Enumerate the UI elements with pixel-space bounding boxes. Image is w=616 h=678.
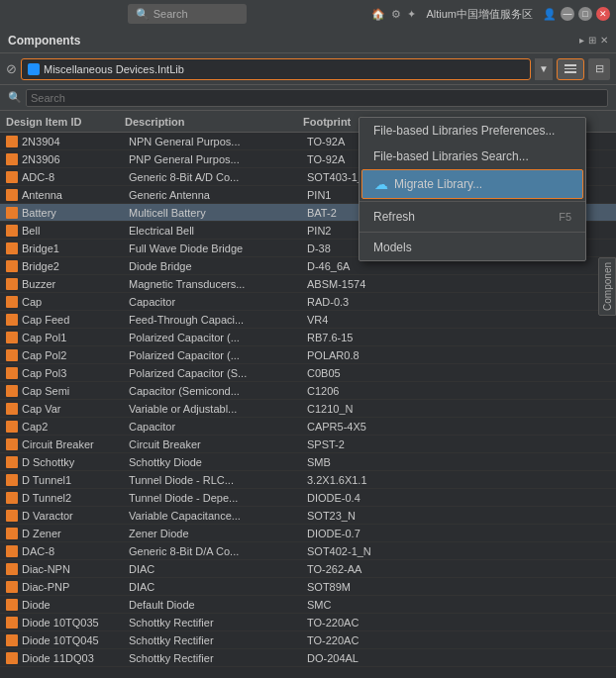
- library-selector[interactable]: Miscellaneous Devices.IntLib: [21, 58, 531, 80]
- cell-id: Cap Feed: [22, 314, 129, 326]
- panel-pin-button[interactable]: ▸: [579, 35, 584, 46]
- cell-description: Variable or Adjustabl...: [129, 403, 307, 415]
- table-row[interactable]: D Tunnel1 Tunnel Diode - RLC... 3.2X1.6X…: [0, 471, 616, 489]
- table-row[interactable]: DAC-8 Generic 8-Bit D/A Co... SOT402-1_N: [0, 542, 616, 560]
- cell-id: Buzzer: [22, 278, 129, 290]
- hamburger-icon: [565, 64, 576, 73]
- panel-view-button[interactable]: ⊟: [588, 58, 610, 80]
- component-icon: [6, 528, 18, 539]
- component-icon: [6, 207, 18, 219]
- gear-icon: ⚙: [391, 8, 401, 21]
- menu-item-models[interactable]: Models: [359, 235, 585, 260]
- cell-footprint: RAD-0.3: [307, 296, 610, 308]
- table-row[interactable]: Cap Capacitor RAD-0.3: [0, 293, 616, 311]
- cell-footprint: TO-220AC: [307, 617, 610, 629]
- table-row[interactable]: D Varactor Variable Capacitance... SOT23…: [0, 507, 616, 525]
- cell-footprint: DIODE-0.7: [307, 528, 610, 539]
- library-dropdown-button[interactable]: ▼: [535, 58, 553, 80]
- table-row[interactable]: Cap Var Variable or Adjustabl... C1210_N: [0, 400, 616, 418]
- cell-footprint: SOT89M: [307, 581, 610, 593]
- menu-item-migrate[interactable]: ☁ Migrate Library...: [361, 169, 583, 199]
- table-row[interactable]: Diac-PNP DIAC SOT89M: [0, 578, 616, 596]
- menu-button[interactable]: [557, 58, 584, 80]
- cell-id: Antenna: [22, 189, 129, 201]
- table-row[interactable]: Diode 11DQ03 Schottky Rectifier DO-204AL: [0, 649, 616, 667]
- table-row[interactable]: D Zener Zener Diode DIODE-0.7: [0, 525, 616, 542]
- col-header-id: Design Item ID: [6, 116, 125, 128]
- close-window-button[interactable]: ✕: [596, 7, 610, 21]
- minimize-button[interactable]: —: [561, 7, 574, 21]
- cell-description: Full Wave Diode Bridge: [129, 242, 307, 254]
- menu-item-refresh[interactable]: Refresh F5: [359, 204, 585, 230]
- component-icon: [6, 492, 18, 504]
- cell-footprint: VR4: [307, 314, 610, 326]
- table-row[interactable]: Diac-NPN DIAC TO-262-AA: [0, 560, 616, 578]
- component-icon: [6, 652, 18, 664]
- cell-id: D Tunnel2: [22, 492, 129, 504]
- cell-description: Polarized Capacitor (...: [129, 332, 307, 343]
- cell-footprint: 3.2X1.6X1.1: [307, 474, 610, 486]
- component-icon: [6, 242, 18, 254]
- table-row[interactable]: Cap Pol2 Polarized Capacitor (... POLAR0…: [0, 346, 616, 364]
- cell-description: Magnetic Transducers...: [129, 278, 307, 290]
- title-search-label: Search: [154, 8, 188, 20]
- table-row[interactable]: Diode Default Diode SMC: [0, 596, 616, 614]
- panel-view-icon: ⊟: [595, 62, 604, 75]
- table-row[interactable]: Cap Pol3 Polarized Capacitor (S... C0B05: [0, 364, 616, 382]
- cell-description: Default Diode: [129, 599, 307, 611]
- cell-footprint: SMC: [307, 599, 610, 611]
- menu-item-file-search-label: File-based Libraries Search...: [373, 149, 529, 163]
- cell-description: NPN General Purpos...: [129, 136, 307, 147]
- component-icon: [6, 225, 18, 237]
- table-row[interactable]: D Schottky Schottky Diode SMB: [0, 453, 616, 471]
- cell-description: Schottky Rectifier: [129, 634, 307, 646]
- component-icon: [6, 545, 18, 557]
- component-icon: [6, 367, 18, 379]
- panel-header: Components ▸ ⊞ ✕: [0, 28, 616, 53]
- component-icon: [6, 634, 18, 646]
- table-row[interactable]: Cap Semi Capacitor (Semicond... C1206: [0, 382, 616, 400]
- cell-description: Electrical Bell: [129, 225, 307, 237]
- title-bar: 🔍 Search 🏠 ⚙ ✦ Altium中国增值服务区 👤 — □ ✕: [0, 0, 616, 28]
- panel-float-button[interactable]: ⊞: [588, 35, 596, 46]
- table-row[interactable]: Buzzer Magnetic Transducers... ABSM-1574: [0, 275, 616, 293]
- cell-description: Capacitor (Semicond...: [129, 385, 307, 397]
- component-icon: [6, 403, 18, 415]
- maximize-button[interactable]: □: [578, 7, 592, 21]
- table-row[interactable]: D Tunnel2 Tunnel Diode - Depe... DIODE-0…: [0, 489, 616, 507]
- search-input[interactable]: [26, 89, 608, 107]
- menu-separator-2: [359, 232, 585, 233]
- component-icon: [6, 617, 18, 629]
- component-icon: [6, 189, 18, 201]
- menu-item-models-label: Models: [373, 241, 412, 254]
- table-row[interactable]: Cap Pol1 Polarized Capacitor (... RB7.6-…: [0, 329, 616, 346]
- component-icon: [6, 260, 18, 272]
- component-icon: [6, 296, 18, 308]
- search-bar: 🔍: [0, 85, 616, 111]
- menu-item-file-search[interactable]: File-based Libraries Search...: [359, 144, 585, 169]
- context-menu: File-based Libraries Preferences... File…: [359, 117, 586, 261]
- table-row[interactable]: Cap2 Capacitor CAPR5-4X5: [0, 418, 616, 436]
- cell-description: DIAC: [129, 581, 307, 593]
- right-panel-tab[interactable]: Componen: [598, 257, 616, 316]
- search-icon-small: 🔍: [8, 91, 22, 104]
- cell-description: Generic Antenna: [129, 189, 307, 201]
- table-row[interactable]: Circuit Breaker Circuit Breaker SPST-2: [0, 436, 616, 453]
- right-panel-tab-label: Componen: [602, 262, 613, 311]
- cell-description: Circuit Breaker: [129, 438, 307, 450]
- table-row[interactable]: Diode 10TQ035 Schottky Rectifier TO-220A…: [0, 614, 616, 631]
- cell-id: Bridge1: [22, 242, 129, 254]
- table-row[interactable]: Diode 10TQ045 Schottky Rectifier TO-220A…: [0, 631, 616, 649]
- panel-close-button[interactable]: ✕: [600, 35, 608, 46]
- library-icon: [28, 63, 40, 75]
- cell-description: Feed-Through Capaci...: [129, 314, 307, 326]
- cell-description: Tunnel Diode - RLC...: [129, 474, 307, 486]
- cell-description: DIAC: [129, 563, 307, 575]
- cell-id: Bell: [22, 225, 129, 237]
- menu-item-file-prefs[interactable]: File-based Libraries Preferences...: [359, 118, 585, 144]
- cell-id: Cap Pol3: [22, 367, 129, 379]
- table-row[interactable]: Cap Feed Feed-Through Capaci... VR4: [0, 311, 616, 329]
- cell-footprint: DO-204AL: [307, 652, 610, 664]
- menu-separator: [359, 201, 585, 202]
- title-search-bar[interactable]: 🔍 Search: [128, 4, 247, 24]
